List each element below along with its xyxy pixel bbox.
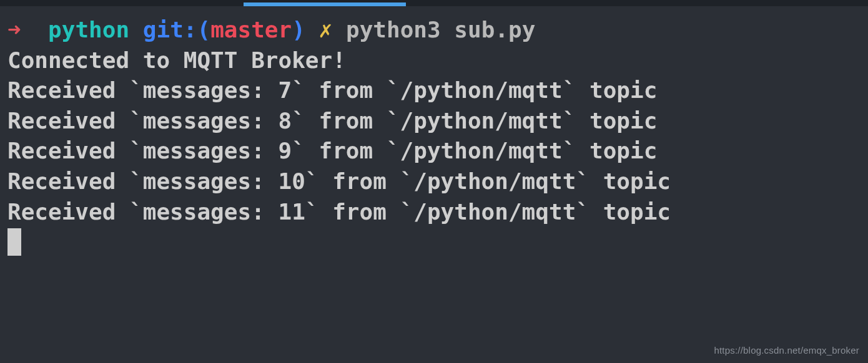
output-line: Connected to MQTT Broker! [7, 46, 861, 76]
prompt-line: ➜ python git:(master) ✗ python3 sub.py [7, 15, 861, 46]
output-line: Received `messages: 11` from `/python/mq… [7, 197, 861, 228]
output-line: Received `messages: 8` from `/python/mqt… [7, 106, 861, 137]
output-line: Received `messages: 7` from `/python/mqt… [7, 75, 861, 106]
output-line: Received `messages: 9` from `/python/mqt… [7, 136, 861, 167]
watermark: https://blog.csdn.net/emqx_broker [714, 344, 859, 357]
prompt-command: python3 sub.py [346, 17, 535, 42]
cursor-row [7, 227, 861, 258]
terminal-pane[interactable]: ➜ python git:(master) ✗ python3 sub.py C… [0, 6, 868, 258]
prompt-branch: master [210, 17, 292, 42]
prompt-paren-close: ) [292, 17, 305, 42]
active-tab-indicator [244, 2, 406, 6]
terminal-cursor [7, 228, 21, 256]
tab-bar [0, 0, 868, 6]
prompt-git-label: git: [143, 17, 197, 42]
prompt-directory: python [48, 17, 129, 42]
prompt-paren-open: ( [197, 17, 210, 42]
prompt-dirty-icon: ✗ [319, 17, 333, 42]
output-line: Received `messages: 10` from `/python/mq… [7, 167, 861, 197]
prompt-arrow-icon: ➜ [7, 17, 21, 42]
